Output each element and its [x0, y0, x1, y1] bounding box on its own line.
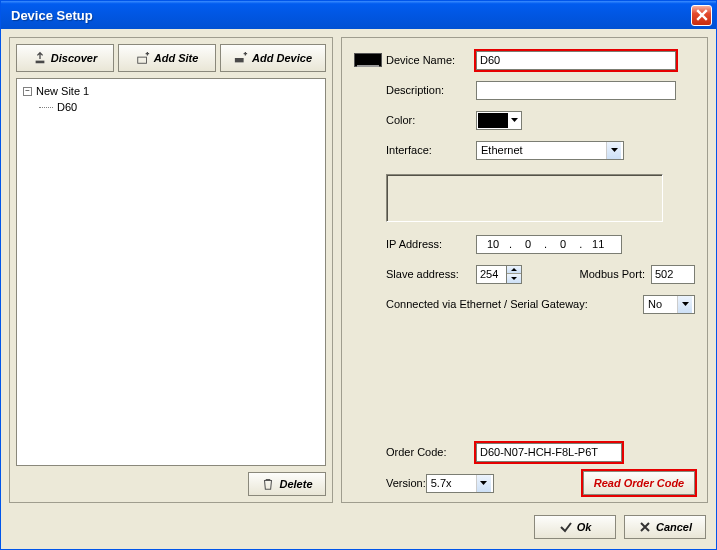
chevron-down-icon [606, 142, 621, 159]
interface-select[interactable]: Ethernet [476, 141, 624, 160]
device-name-input[interactable] [476, 51, 676, 70]
spinner-buttons[interactable] [506, 265, 522, 284]
ip-octet-2: 0 [512, 238, 544, 250]
tree-site-label: New Site 1 [36, 85, 89, 97]
site-tree[interactable]: − New Site 1 D60 [16, 78, 326, 466]
device-name-label: Device Name: [386, 54, 476, 66]
gateway-select[interactable]: No [643, 295, 695, 314]
svg-rect-2 [235, 58, 244, 62]
add-device-label: Add Device [252, 52, 312, 64]
read-order-code-label: Read Order Code [594, 477, 684, 489]
left-toolbar: Discover Add Site Add Device [16, 44, 326, 72]
chevron-down-icon [677, 296, 692, 313]
ip-input[interactable]: 10. 0. 0. 11 [476, 235, 622, 254]
cancel-label: Cancel [656, 521, 692, 533]
inset-placeholder-box [386, 174, 663, 222]
gateway-label: Connected via Ethernet / Serial Gateway: [386, 298, 643, 310]
slave-address-spinner[interactable] [476, 265, 522, 284]
modbus-port-label: Modbus Port: [580, 268, 645, 280]
tree-expander-icon[interactable]: − [23, 87, 32, 96]
chevron-down-icon [508, 118, 520, 122]
device-setup-window: Device Setup Discover Add Site Add Devic… [0, 0, 717, 550]
window-close-button[interactable] [691, 5, 712, 26]
tree-device-node[interactable]: D60 [21, 99, 321, 115]
chevron-down-icon [476, 475, 491, 492]
order-code-input[interactable] [476, 443, 622, 462]
discover-button[interactable]: Discover [16, 44, 114, 72]
spacer [354, 322, 695, 440]
interface-row: Interface: Ethernet [354, 138, 695, 162]
slave-label: Slave address: [386, 268, 476, 280]
delete-row: Delete [16, 472, 326, 496]
color-swatch [478, 113, 508, 128]
spin-up-icon[interactable] [507, 266, 521, 275]
description-input[interactable] [476, 81, 676, 100]
version-label: Version: [386, 477, 426, 489]
interface-label: Interface: [386, 144, 476, 156]
tree-device-label: D60 [57, 101, 77, 113]
interface-value: Ethernet [479, 144, 606, 156]
dialog-body: Discover Add Site Add Device − New Site … [1, 29, 716, 511]
ip-octet-3: 0 [547, 238, 579, 250]
add-site-label: Add Site [154, 52, 199, 64]
color-label: Color: [386, 114, 476, 126]
read-order-code-button[interactable]: Read Order Code [583, 471, 695, 495]
device-name-row: Device Name: [354, 48, 695, 72]
discover-icon [33, 51, 47, 65]
check-icon [559, 520, 573, 534]
svg-rect-0 [35, 61, 44, 64]
right-panel: Device Name: Description: Color: Interfa… [341, 37, 708, 503]
gateway-row: Connected via Ethernet / Serial Gateway:… [354, 292, 695, 316]
add-site-button[interactable]: Add Site [118, 44, 216, 72]
cancel-icon [638, 520, 652, 534]
order-code-label: Order Code: [386, 446, 476, 458]
slave-row: Slave address: Modbus Port: [354, 262, 695, 286]
color-row: Color: [354, 108, 695, 132]
version-value: 5.7x [429, 477, 476, 489]
ip-row: IP Address: 10. 0. 0. 11 [354, 232, 695, 256]
tree-site-node[interactable]: − New Site 1 [21, 83, 321, 99]
device-icon-wrap [354, 53, 382, 67]
order-code-row: Order Code: [354, 440, 695, 464]
slave-address-input[interactable] [476, 265, 506, 284]
device-icon [354, 53, 382, 67]
add-device-button[interactable]: Add Device [220, 44, 326, 72]
add-site-icon [136, 51, 150, 65]
tree-branch-icon [39, 107, 53, 108]
discover-label: Discover [51, 52, 97, 64]
close-icon [696, 9, 708, 21]
color-picker[interactable] [476, 111, 522, 130]
gateway-value: No [646, 298, 677, 310]
ip-octet-4: 11 [582, 238, 614, 250]
title-bar: Device Setup [1, 1, 716, 29]
spin-down-icon[interactable] [507, 274, 521, 283]
description-row: Description: [354, 78, 695, 102]
modbus-port-input[interactable] [651, 265, 695, 284]
add-device-icon [234, 51, 248, 65]
svg-rect-1 [138, 57, 147, 63]
ip-label: IP Address: [386, 238, 476, 250]
window-title: Device Setup [5, 8, 691, 23]
delete-button[interactable]: Delete [248, 472, 326, 496]
ip-octet-1: 10 [477, 238, 509, 250]
version-row: Version: 5.7x Read Order Code [354, 470, 695, 496]
ok-label: Ok [577, 521, 592, 533]
trash-icon [261, 477, 275, 491]
description-label: Description: [386, 84, 476, 96]
delete-label: Delete [279, 478, 312, 490]
cancel-button[interactable]: Cancel [624, 515, 706, 539]
version-select[interactable]: 5.7x [426, 474, 494, 493]
ok-button[interactable]: Ok [534, 515, 616, 539]
left-panel: Discover Add Site Add Device − New Site … [9, 37, 333, 503]
dialog-footer: Ok Cancel [1, 511, 716, 549]
